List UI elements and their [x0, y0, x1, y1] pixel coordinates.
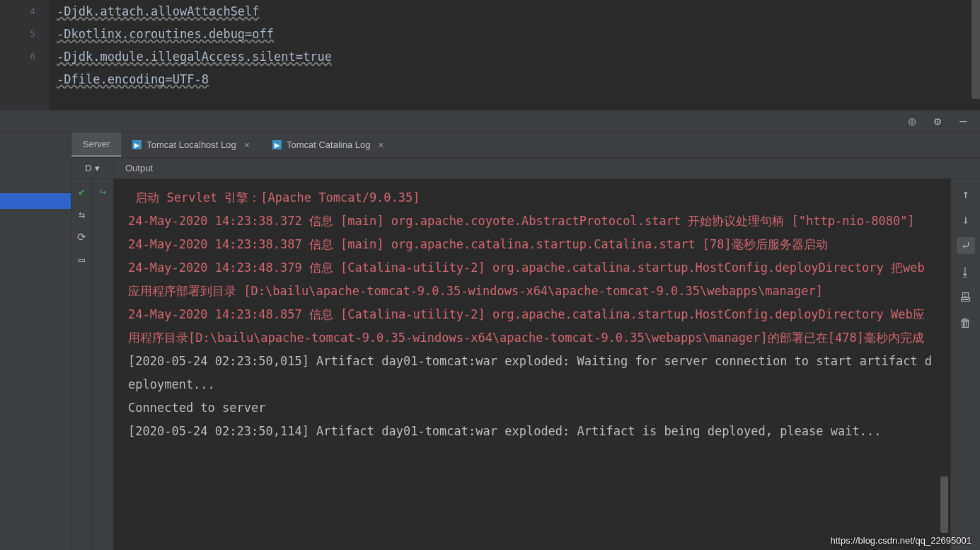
- layout-icon[interactable]: ▭: [75, 253, 89, 267]
- console-scrollbar[interactable]: [940, 476, 948, 533]
- output-subheader: D ▾ Output: [71, 158, 980, 179]
- project-sidebar[interactable]: [0, 132, 71, 550]
- log-line: 24-May-2020 14:23:48.379 信息 [Catalina-ut…: [128, 256, 936, 303]
- line-number: 5: [0, 23, 50, 45]
- print-icon[interactable]: 🖶: [958, 290, 974, 305]
- log-line: 24-May-2020 14:23:38.387 信息 [main] org.a…: [128, 233, 936, 256]
- output-label: Output: [114, 163, 153, 173]
- main-area: Server ▶ Tomcat Localhost Log × ▶ Tomcat…: [0, 132, 980, 550]
- trash-icon[interactable]: 🗑: [958, 315, 974, 331]
- tab-label: Tomcat Catalina Log: [287, 139, 371, 150]
- code-text: -Djdk.module.illegalAccess.silent=true: [57, 50, 332, 64]
- deployment-label: D: [85, 163, 91, 173]
- deployment-dropdown[interactable]: D ▾: [71, 163, 114, 173]
- editor-gutter: 4 5 6: [0, 0, 50, 110]
- ok-check-icon[interactable]: ✔: [75, 185, 89, 199]
- log-line: [2020-05-24 02:23:50,114] Artifact day01…: [128, 420, 936, 443]
- tab-localhost-log[interactable]: ▶ Tomcat Localhost Log ×: [121, 132, 261, 157]
- status-bar: ◎ ⚙ —: [0, 110, 980, 132]
- close-icon[interactable]: ×: [378, 139, 384, 151]
- minimize-icon[interactable]: —: [955, 113, 972, 130]
- log-line: [2020-05-24 02:23:50,015] Artifact day01…: [128, 350, 936, 396]
- code-text: -Dfile.encoding=UTF-8: [57, 72, 209, 86]
- run-tool-window: Server ▶ Tomcat Localhost Log × ▶ Tomcat…: [71, 132, 980, 550]
- output-content-row: ✔ ⇆ ⟳ ▭ ↪ 启动 Servlet 引擎：[Apache Tomcat/9…: [71, 179, 980, 550]
- console-output[interactable]: 启动 Servlet 引擎：[Apache Tomcat/9.0.35] 24-…: [114, 179, 950, 550]
- line-number: 4: [0, 0, 50, 23]
- chevron-down-icon: ▾: [95, 163, 100, 173]
- refresh-icon[interactable]: ⟳: [75, 230, 89, 244]
- code-content[interactable]: -Djdk.attach.allowAttachSelf -Dkotlinx.c…: [50, 0, 980, 110]
- code-text: -Dkotlinx.coroutines.debug=off: [57, 27, 274, 41]
- close-icon[interactable]: ×: [244, 139, 250, 151]
- gear-icon[interactable]: ⚙: [929, 113, 946, 130]
- code-text: -Djdk.attach.allowAttachSelf: [57, 4, 260, 18]
- tab-label: Tomcat Localhost Log: [146, 139, 236, 150]
- tab-server[interactable]: Server: [71, 132, 121, 157]
- log-line: 24-May-2020 14:23:48.857 信息 [Catalina-ut…: [128, 303, 936, 350]
- up-arrow-icon[interactable]: ↑: [958, 186, 974, 202]
- scroll-end-icon[interactable]: ⭳: [958, 264, 974, 280]
- editor-scrollbar[interactable]: [972, 0, 980, 99]
- log-line: 24-May-2020 14:23:38.372 信息 [main] org.a…: [128, 210, 936, 233]
- run-icon: ▶: [272, 140, 282, 149]
- tab-label: Server: [83, 139, 110, 149]
- run-tabs: Server ▶ Tomcat Localhost Log × ▶ Tomcat…: [71, 132, 980, 158]
- log-line: Connected to server: [128, 396, 936, 420]
- deploy-arrow-icon[interactable]: ↪: [96, 185, 110, 199]
- down-arrow-icon[interactable]: ↓: [958, 212, 974, 227]
- sync-icon[interactable]: ⇆: [75, 207, 89, 222]
- tab-catalina-log[interactable]: ▶ Tomcat Catalina Log ×: [261, 132, 396, 157]
- line-number: 6: [0, 45, 50, 68]
- soft-wrap-icon[interactable]: ⤶: [957, 237, 975, 254]
- left-toolbar: ✔ ⇆ ⟳ ▭: [71, 179, 93, 550]
- sidebar-selected-item[interactable]: [0, 193, 71, 209]
- watermark-text: https://blog.csdn.net/qq_22695001: [831, 535, 972, 546]
- editor-area: 4 5 6 -Djdk.attach.allowAttachSelf -Dkot…: [0, 0, 980, 110]
- left-toolbar-2: ↪: [93, 179, 114, 550]
- right-toolbar: ↑ ↓ ⤶ ⭳ 🖶 🗑: [950, 179, 980, 550]
- run-icon: ▶: [132, 140, 142, 149]
- target-icon[interactable]: ◎: [904, 113, 921, 130]
- log-line: 启动 Servlet 引擎：[Apache Tomcat/9.0.35]: [128, 186, 936, 210]
